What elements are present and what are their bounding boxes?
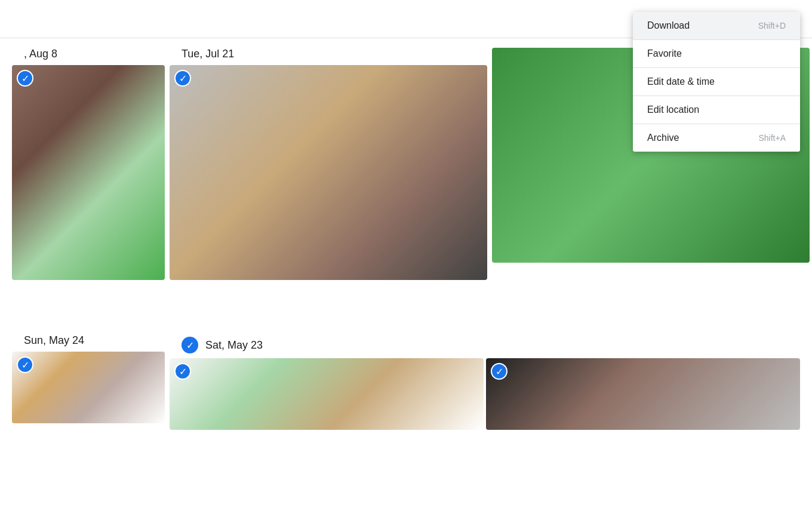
menu-item-edit-date-time[interactable]: Edit date & time bbox=[633, 68, 800, 96]
context-menu: Download Shift+D Favorite Edit date & ti… bbox=[633, 12, 800, 152]
check-may24-1[interactable]: ✓ bbox=[17, 356, 33, 373]
photo-may23-1[interactable]: ✓ bbox=[170, 358, 484, 430]
menu-item-download-shortcut: Shift+D bbox=[758, 21, 786, 30]
menu-item-edit-location-label: Edit location bbox=[647, 104, 699, 115]
menu-item-favorite-label: Favorite bbox=[647, 48, 682, 59]
menu-item-archive-shortcut: Shift+A bbox=[758, 133, 786, 143]
menu-item-download[interactable]: Download Shift+D bbox=[633, 12, 800, 39]
menu-item-download-label: Download bbox=[647, 20, 690, 31]
section-date-jul21: Tue, Jul 21 bbox=[170, 38, 487, 65]
menu-item-edit-date-time-label: Edit date & time bbox=[647, 76, 715, 87]
section-check-may23[interactable]: ✓ bbox=[182, 337, 198, 353]
section-may23-header: ✓ Sat, May 23 bbox=[170, 325, 800, 358]
menu-item-edit-location[interactable]: Edit location bbox=[633, 96, 800, 124]
check-jul21-1[interactable]: ✓ bbox=[174, 70, 191, 87]
photo-may24-1[interactable]: ✓ bbox=[12, 352, 165, 423]
check-may23-1[interactable]: ✓ bbox=[174, 363, 191, 380]
photo-may23-2[interactable]: ✓ bbox=[486, 358, 800, 430]
menu-item-archive[interactable]: Archive Shift+A bbox=[633, 124, 800, 152]
section-date-may24: Sun, May 24 bbox=[12, 325, 165, 352]
menu-item-favorite[interactable]: Favorite bbox=[633, 40, 800, 67]
section-date-aug8: , Aug 8 bbox=[12, 38, 165, 65]
photo-jul21-1[interactable]: ✓ bbox=[170, 65, 487, 280]
check-may23-2[interactable]: ✓ bbox=[491, 363, 508, 380]
check-aug8-1[interactable]: ✓ bbox=[17, 70, 33, 87]
section-date-may23: Sat, May 23 bbox=[205, 339, 263, 352]
photo-aug8-1[interactable]: ✓ bbox=[12, 65, 165, 280]
menu-item-archive-label: Archive bbox=[647, 133, 679, 143]
